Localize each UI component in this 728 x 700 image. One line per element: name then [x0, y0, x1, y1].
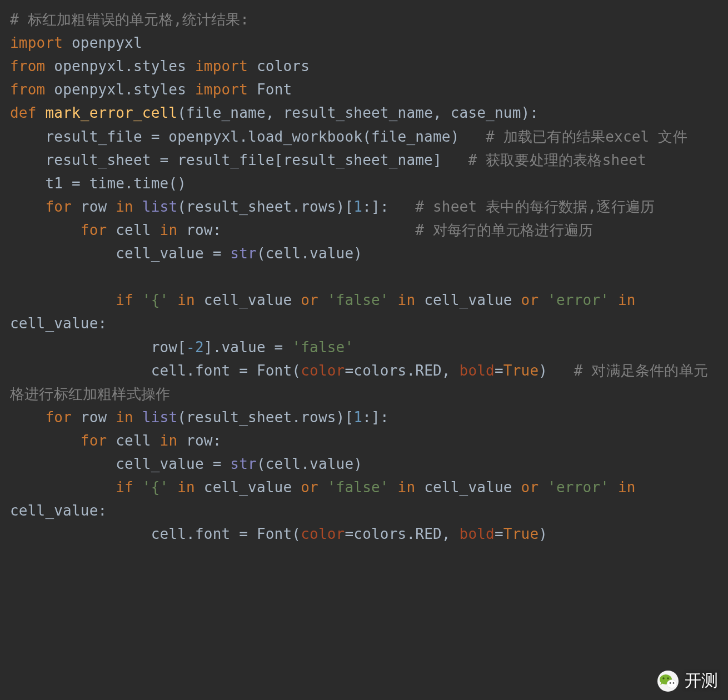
- code-token: [168, 479, 177, 496]
- code-token: in: [116, 198, 142, 215]
- code-token: bold: [460, 526, 495, 542]
- code-token: ): [538, 526, 547, 542]
- code-line: def mark_error_cell(file_name, result_sh…: [10, 104, 538, 121]
- watermark-label: 开测: [685, 669, 718, 692]
- code-token: str: [230, 456, 257, 472]
- code-token: [10, 409, 45, 426]
- code-token: ): [538, 362, 574, 379]
- code-token: in: [177, 292, 204, 308]
- code-token: 'false': [327, 292, 389, 308]
- code-token: (cell.value): [257, 245, 362, 262]
- code-token: [389, 479, 398, 496]
- code-token: [609, 292, 618, 308]
- code-token: 'error': [547, 479, 609, 496]
- code-token: in: [398, 292, 425, 308]
- code-line: cell.font = Font(color=colors.RED, bold=…: [10, 526, 547, 542]
- code-line: for row in list(result_sheet.rows)[1:]: …: [10, 198, 655, 215]
- code-line: from openpyxl.styles import Font: [10, 81, 292, 98]
- code-token: 'false': [327, 479, 389, 496]
- code-token: t1 = time.time(): [10, 175, 186, 192]
- code-line: t1 = time.time(): [10, 175, 186, 192]
- code-token: or: [521, 479, 548, 496]
- code-token: import: [10, 34, 72, 51]
- code-token: [609, 479, 618, 496]
- code-token: if: [116, 292, 142, 308]
- code-token: import: [195, 58, 257, 74]
- code-token: [168, 292, 177, 308]
- code-token: -2: [186, 339, 204, 356]
- code-token: 1: [353, 409, 362, 426]
- code-token: '{': [142, 292, 169, 308]
- code-token: 'error': [547, 292, 609, 308]
- code-line: for cell in row:: [10, 432, 222, 449]
- code-token: # sheet 表中的每行数据,逐行遍历: [415, 198, 655, 215]
- code-token: cell_value =: [10, 245, 230, 262]
- code-token: cell: [116, 432, 159, 449]
- code-token: result_sheet = result_file[result_sheet_…: [10, 152, 468, 168]
- code-token: (file_name, result_sheet_name, case_num)…: [177, 104, 538, 121]
- code-token: :]:: [362, 409, 389, 426]
- svg-point-5: [670, 682, 671, 684]
- code-token: cell.font = Font(: [10, 526, 301, 542]
- code-block: # 标红加粗错误的单元格,统计结果: import openpyxl from …: [0, 0, 728, 556]
- code-token: 1: [353, 198, 362, 215]
- code-token: str: [230, 245, 257, 262]
- code-token: Font: [257, 81, 292, 98]
- code-token: cell_value:: [10, 502, 107, 519]
- code-token: row:: [186, 432, 221, 449]
- code-token: bold: [460, 362, 495, 379]
- svg-point-3: [667, 677, 669, 679]
- code-token: cell_value: [204, 292, 301, 308]
- code-token: for: [45, 409, 80, 426]
- code-token: if: [116, 479, 142, 496]
- code-token: # 标红加粗错误的单元格,统计结果:: [10, 11, 249, 28]
- code-token: :]:: [362, 198, 415, 215]
- code-token: (cell.value): [257, 456, 362, 472]
- code-line: from openpyxl.styles import colors: [10, 58, 310, 74]
- code-token: [10, 479, 116, 496]
- code-token: cell.font = Font(: [10, 362, 301, 379]
- code-line: import openpyxl: [10, 34, 142, 51]
- code-token: 'false': [292, 339, 353, 356]
- code-token: from: [10, 58, 54, 74]
- code-line: if '{' in cell_value or 'false' in cell_…: [10, 479, 645, 519]
- code-token: color: [301, 526, 345, 542]
- code-line: cell.font = Font(color=colors.RED, bold=…: [10, 362, 708, 402]
- code-token: True: [503, 362, 538, 379]
- code-token: colors: [257, 58, 310, 74]
- code-token: color: [301, 362, 345, 379]
- code-token: in: [177, 479, 204, 496]
- code-token: True: [503, 526, 538, 542]
- code-token: (result_sheet.rows)[: [177, 409, 353, 426]
- code-token: for: [81, 432, 116, 449]
- svg-point-4: [667, 679, 677, 688]
- code-token: import: [195, 81, 257, 98]
- code-line: cell_value = str(cell.value): [10, 245, 362, 262]
- wechat-icon: [657, 670, 679, 692]
- code-token: [10, 222, 81, 238]
- code-token: cell_value: [424, 479, 521, 496]
- code-token: =: [495, 362, 503, 379]
- code-token: [10, 292, 116, 308]
- code-token: =: [495, 526, 503, 542]
- code-token: in: [398, 479, 425, 496]
- code-token: result_file = openpyxl.load_workbook(fil…: [10, 128, 486, 145]
- code-token: ].value =: [204, 339, 292, 356]
- code-token: list: [142, 409, 177, 426]
- code-token: openpyxl.styles: [54, 58, 195, 74]
- code-line: result_file = openpyxl.load_workbook(fil…: [10, 128, 687, 145]
- code-line: for row in list(result_sheet.rows)[1:]:: [10, 409, 389, 426]
- code-token: [10, 198, 45, 215]
- code-token: in: [618, 292, 645, 308]
- code-token: in: [160, 222, 187, 238]
- code-token: # 对每行的单元格进行遍历: [415, 222, 593, 238]
- code-token: or: [301, 292, 327, 308]
- code-token: '{': [142, 479, 169, 496]
- code-line: # 标红加粗错误的单元格,统计结果:: [10, 11, 249, 28]
- code-token: row: [81, 198, 116, 215]
- code-token: list: [142, 198, 177, 215]
- code-token: row:: [186, 222, 415, 238]
- svg-point-1: [660, 674, 672, 684]
- code-token: from: [10, 81, 54, 98]
- code-token: # 获取要处理的表格sheet: [468, 152, 646, 168]
